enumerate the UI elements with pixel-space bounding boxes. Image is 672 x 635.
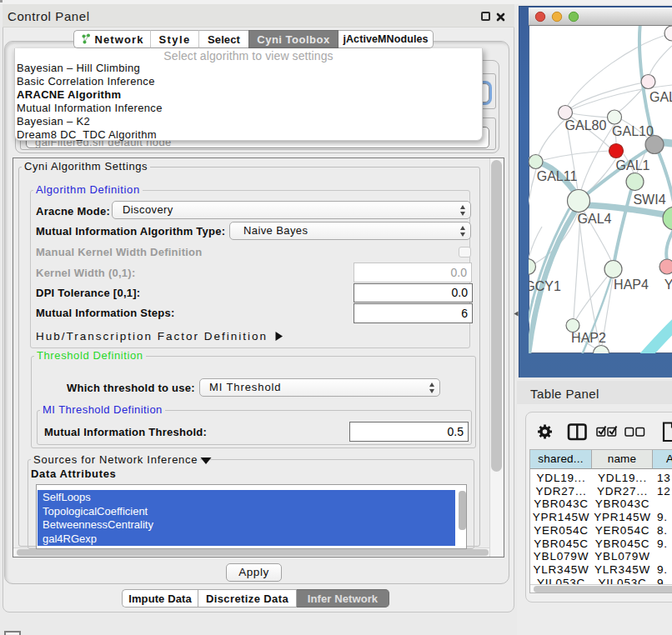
svg-text:GCY1: GCY1 [529, 279, 561, 293]
svg-text:HAP4: HAP4 [614, 278, 649, 292]
svg-text:SWI4: SWI4 [633, 192, 665, 207]
svg-text:HAP2: HAP2 [571, 331, 606, 345]
svg-text:GAL1: GAL1 [616, 158, 650, 172]
svg-text:GAL80: GAL80 [565, 118, 607, 132]
svg-text:GAL7: GAL7 [649, 90, 672, 104]
svg-text:Y: Y [664, 278, 672, 292]
svg-text:GAL10: GAL10 [612, 124, 654, 138]
svg-text:GAL11: GAL11 [537, 169, 578, 183]
svg-text:GAL4: GAL4 [578, 212, 612, 226]
